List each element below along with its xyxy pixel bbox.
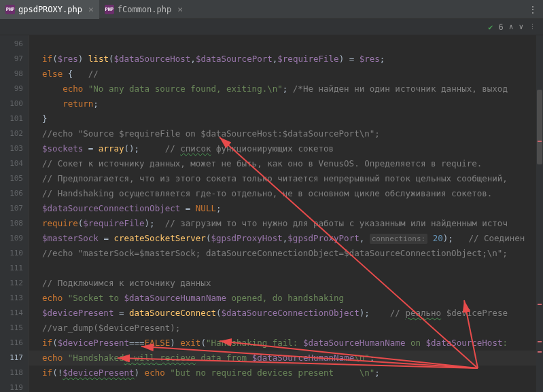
tabs-menu-icon[interactable]: ⋮ [528,4,538,15]
code-line[interactable]: return; [29,96,543,111]
close-icon[interactable]: × [177,4,183,14]
code-line[interactable]: echo "Handshaked, will recieve data from… [29,351,543,366]
line-number: 109 [0,231,29,246]
code-line[interactable]: − if($res) list($dataSourceHost,$dataSou… [29,52,543,67]
php-icon: PHP [105,5,114,14]
line-gutter: 96 97 98 99 100 101 102 103 104 105 106 … [0,35,29,392]
code-line[interactable]: if(!$devicePresent) echo "but no require… [29,366,543,380]
code-area[interactable]: − if($res) list($dataSourceHost,$dataSou… [29,35,543,392]
tab-label: gpsdPROXY.php [18,5,82,14]
line-number: 116 [0,336,29,351]
line-number: 119 [0,380,29,392]
code-line[interactable]: if($devicePresent===FALSE) exit("Handsha… [29,336,543,351]
code-line[interactable]: echo "No any data source found, exiting.… [29,82,543,96]
tab-gpsdproxy[interactable]: PHP gpsdPROXY.php × [0,0,99,19]
marker[interactable] [538,141,542,142]
marker[interactable] [538,351,542,353]
code-line[interactable]: // Handshaking осуществляется где-то отд… [29,186,543,201]
code-line[interactable]: // Предполагается, что из этого сокета т… [29,171,543,186]
param-hint: connections: [370,234,427,244]
line-number: 104 [0,156,29,171]
code-line[interactable] [29,380,543,392]
marker[interactable] [538,304,542,305]
code-line[interactable]: } [29,111,543,126]
code-line[interactable]: //echo "masterSock=$masterSock; dataSour… [29,246,543,261]
code-line[interactable]: − $sockets = array(); // список функцион… [29,141,543,156]
line-number: 115 [0,321,29,336]
code-line[interactable]: $masterSock = createSocketServer($gpsdPr… [29,231,543,246]
line-number: 107 [0,201,29,216]
line-number: 96 [0,37,29,52]
close-icon[interactable]: × [88,4,94,14]
code-editor[interactable]: 96 97 98 99 100 101 102 103 104 105 106 … [0,35,543,392]
code-line[interactable]: // Подключимся к источнику данных [29,276,543,291]
code-line[interactable]: //echo "Source $requireFile on $dataSour… [29,126,543,141]
marker[interactable] [538,341,542,342]
line-number: 112 [0,276,29,291]
line-number: 108 [0,216,29,231]
line-number: 98 [0,67,29,82]
code-line[interactable]: //var_dump($devicePresent); [29,321,543,336]
prev-problem[interactable]: ∧ [509,22,514,31]
problem-count: 6 [499,22,504,32]
line-number: 101 [0,111,29,126]
line-number: 111 [0,261,29,276]
line-number: 106 [0,186,29,201]
code-line[interactable]: // Сокет к источнику данных, может не бы… [29,156,543,171]
inspection-menu-icon[interactable]: ⋮ [529,22,536,31]
line-number: 102 [0,126,29,141]
code-line[interactable]: $dataSourceConnectionObject = NULL; [29,201,543,216]
scrollbar-thumb[interactable] [537,90,542,164]
code-line[interactable]: require($requireFile); // загрузим то чт… [29,216,543,231]
line-number: 113 [0,291,29,306]
tab-label: fCommon.php [118,5,171,14]
inspection-bar: ✔ 6 ∧ ∨ ⋮ [0,19,543,35]
line-number: 97 [0,52,29,67]
code-line[interactable]: echo "Socket to $dataSourceHumanName ope… [29,291,543,306]
code-line[interactable] [29,261,543,276]
line-number: 118 [0,366,29,380]
line-number: 105 [0,171,29,186]
code-line[interactable]: − else { // [29,67,543,82]
line-number: 110 [0,246,29,261]
next-problem[interactable]: ∨ [519,22,523,31]
code-line[interactable] [29,37,543,52]
check-icon: ✔ [488,22,493,32]
line-number: 114 [0,306,29,321]
line-number: 117 [0,351,29,366]
editor-tabs: PHP gpsdPROXY.php × PHP fCommon.php × ⋮ [0,0,543,19]
php-icon: PHP [5,5,15,14]
code-line[interactable]: $devicePresent = dataSourceConnect($data… [29,306,543,321]
tab-fcommon[interactable]: PHP fCommon.php × [99,0,188,19]
line-number: 103 [0,141,29,156]
line-number: 100 [0,96,29,111]
line-number: 99 [0,82,29,96]
scrollbar[interactable] [536,35,543,392]
